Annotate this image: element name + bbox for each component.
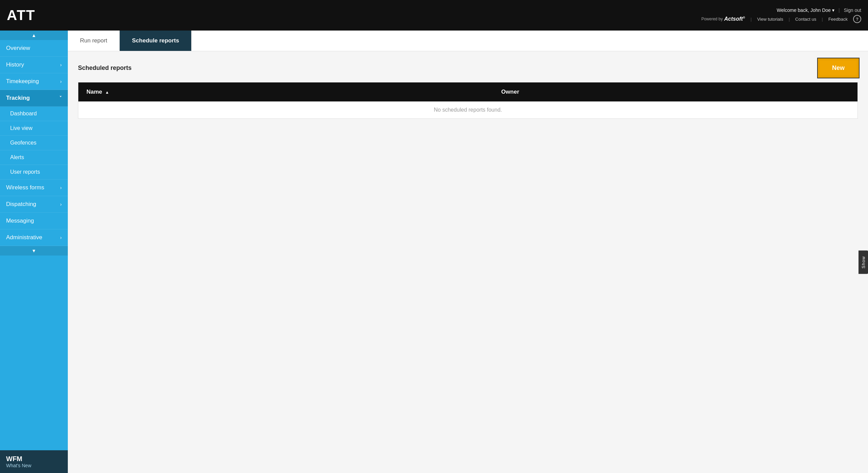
- separator-1: |: [839, 7, 840, 13]
- sidebar-item-history-label: History: [6, 61, 24, 68]
- header-bottom-row: Powered by Actsoft® | View tutorials | C…: [701, 15, 861, 23]
- sidebar-item-dispatching[interactable]: Dispatching ›: [0, 196, 68, 213]
- sidebar-item-administrative[interactable]: Administrative ›: [0, 229, 68, 246]
- table-header-row: Name ▲ Owner: [78, 82, 858, 102]
- sidebar-item-administrative-label: Administrative: [6, 234, 42, 241]
- sidebar-item-timekeeping[interactable]: Timekeeping ›: [0, 73, 68, 90]
- chevron-history-icon: ›: [60, 62, 62, 68]
- chevron-wirelessforms-icon: ›: [60, 185, 62, 190]
- sidebar-item-alerts[interactable]: Alerts: [0, 150, 68, 165]
- table-col-owner[interactable]: Owner: [493, 82, 857, 102]
- sidebar-item-overview[interactable]: Overview: [0, 40, 68, 57]
- sidebar-item-dashboard-label: Dashboard: [10, 111, 37, 116]
- welcome-user[interactable]: Welcome back, John Doe ▾: [777, 7, 834, 13]
- contact-us-link[interactable]: Contact us: [795, 17, 816, 22]
- reports-table: Name ▲ Owner No scheduled reports found.: [78, 82, 858, 119]
- content-area: Run report Schedule reports Scheduled re…: [68, 31, 868, 473]
- feedback-link[interactable]: Feedback: [828, 17, 848, 22]
- top-header: ATT Welcome back, John Doe ▾ | Sign out …: [0, 0, 868, 31]
- sidebar-item-history[interactable]: History ›: [0, 57, 68, 73]
- sort-name-icon: ▲: [105, 90, 109, 95]
- sidebar-item-dispatching-label: Dispatching: [6, 201, 36, 208]
- sidebar-item-alerts-label: Alerts: [10, 154, 24, 160]
- main-layout: ▲ Overview History › Timekeeping › Track…: [0, 31, 868, 473]
- chevron-administrative-icon: ›: [60, 235, 62, 240]
- sidebar-item-liveview-label: Live view: [10, 125, 33, 131]
- empty-message: No scheduled reports found.: [78, 101, 858, 119]
- table-body: No scheduled reports found.: [78, 101, 858, 119]
- chevron-dispatching-icon: ›: [60, 202, 62, 207]
- separator-2: |: [751, 17, 752, 22]
- sidebar-item-messaging[interactable]: Messaging: [0, 213, 68, 229]
- whats-new-link[interactable]: What's New: [6, 463, 62, 468]
- table-col-name[interactable]: Name ▲: [78, 82, 493, 102]
- page-content: Scheduled reports New Name ▲ Owner: [68, 51, 868, 473]
- sign-out-link[interactable]: Sign out: [844, 7, 861, 13]
- tab-run-report[interactable]: Run report: [68, 31, 120, 51]
- sidebar-item-wirelessforms[interactable]: Wireless forms ›: [0, 179, 68, 196]
- app-logo: ATT: [7, 7, 36, 23]
- wfm-title: WFM: [6, 455, 62, 463]
- separator-3: |: [789, 17, 790, 22]
- sidebar-item-timekeeping-label: Timekeeping: [6, 78, 39, 85]
- tabs-bar: Run report Schedule reports: [68, 31, 868, 51]
- sidebar-item-userreports-label: User reports: [10, 169, 40, 175]
- sidebar-scroll-down[interactable]: ▼: [0, 246, 68, 256]
- sidebar-item-wirelessforms-label: Wireless forms: [6, 184, 44, 191]
- chevron-tracking-icon: ˅: [59, 95, 62, 101]
- scheduled-reports-title: Scheduled reports: [78, 64, 132, 72]
- separator-4: |: [822, 17, 823, 22]
- table-empty-row: No scheduled reports found.: [78, 101, 858, 119]
- header-right: Welcome back, John Doe ▾ | Sign out Powe…: [701, 7, 861, 23]
- scheduled-reports-header: Scheduled reports New: [78, 59, 858, 77]
- view-tutorials-link[interactable]: View tutorials: [757, 17, 783, 22]
- tab-schedule-reports[interactable]: Schedule reports: [120, 31, 192, 51]
- sidebar-item-userreports[interactable]: User reports: [0, 165, 68, 179]
- actsoft-logo: Actsoft®: [724, 16, 745, 22]
- sidebar-item-geofences-label: Geofences: [10, 140, 36, 146]
- sidebar: ▲ Overview History › Timekeeping › Track…: [0, 31, 68, 473]
- help-icon[interactable]: ?: [853, 15, 861, 23]
- sidebar-bottom: WFM What's New: [0, 450, 68, 473]
- sidebar-scroll-up[interactable]: ▲: [0, 31, 68, 40]
- sidebar-item-dashboard[interactable]: Dashboard: [0, 107, 68, 121]
- table-header: Name ▲ Owner: [78, 82, 858, 102]
- chevron-timekeeping-icon: ›: [60, 79, 62, 84]
- header-top-row: Welcome back, John Doe ▾ | Sign out: [777, 7, 861, 13]
- sidebar-item-tracking-label: Tracking: [6, 95, 30, 101]
- sidebar-item-liveview[interactable]: Live view: [0, 121, 68, 136]
- powered-by: Powered by Actsoft®: [701, 16, 745, 22]
- show-panel-toggle[interactable]: Show: [859, 250, 868, 274]
- sidebar-item-overview-label: Overview: [6, 45, 30, 52]
- sidebar-item-tracking[interactable]: Tracking ˅: [0, 90, 68, 107]
- sidebar-item-geofences[interactable]: Geofences: [0, 136, 68, 150]
- new-button[interactable]: New: [819, 59, 858, 77]
- sidebar-item-messaging-label: Messaging: [6, 217, 34, 224]
